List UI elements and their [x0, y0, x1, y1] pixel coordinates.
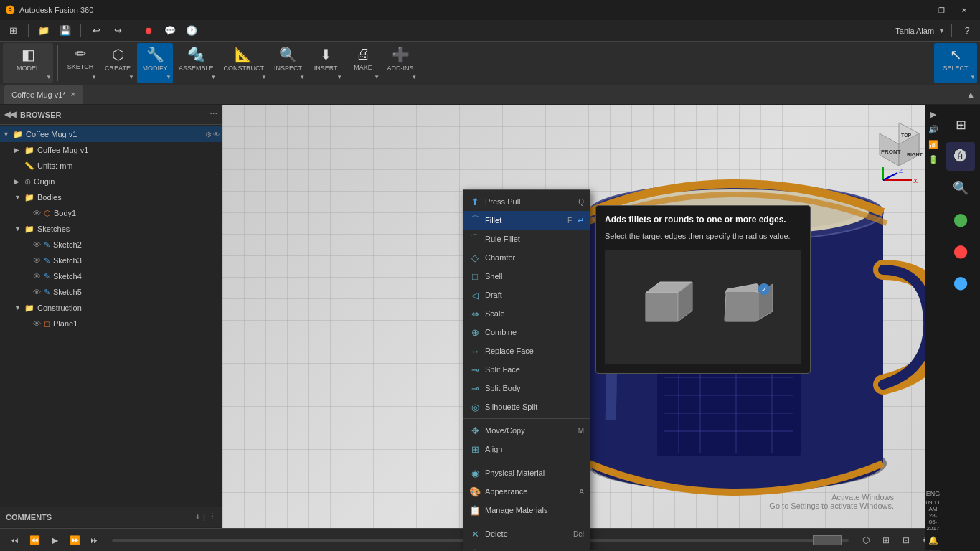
root-eye-icon[interactable]: 👁	[213, 131, 220, 138]
active-tab[interactable]: Coffee Mug v1* ✕	[4, 85, 83, 104]
viewport[interactable]: TOP FRONT RIGHT X Y Z Activate Windows G…	[222, 105, 980, 550]
menu-split-face[interactable]: ⊸ Split Face	[463, 360, 590, 379]
menu-press-pull[interactable]: ⬆ Press Pull Q	[463, 192, 590, 211]
modify-tool[interactable]: 🔧 MODIFY ▼	[137, 43, 173, 83]
tab-expand-button[interactable]: ▲	[966, 89, 976, 100]
sketch5-eye[interactable]: 👁	[33, 288, 41, 296]
open-button[interactable]: 📁	[35, 22, 52, 39]
windows-start[interactable]: ⊞	[946, 110, 975, 139]
menu-physical-material[interactable]: ◉ Physical Material	[463, 463, 590, 482]
menu-delete[interactable]: ✕ Delete Del	[463, 524, 590, 543]
nav-cube[interactable]: TOP FRONT RIGHT X Y Z	[872, 119, 923, 169]
press-pull-shortcut: Q	[578, 198, 584, 206]
grid-icon[interactable]: ⊞	[4, 22, 22, 39]
menu-silhouette-split[interactable]: ◎ Silhouette Split	[463, 397, 590, 416]
browser-options[interactable]: ⋯	[209, 110, 217, 119]
root-expand-icon: ▼	[3, 131, 11, 138]
bodies-label: Bodies	[37, 193, 62, 202]
named-views-item[interactable]: ▶ 📁 Coffee Mug v1	[0, 142, 222, 158]
taskbar-fusion[interactable]: 🅐	[946, 142, 975, 171]
sketch3-item[interactable]: 👁 ✎ Sketch3	[0, 253, 222, 268]
assemble-tool[interactable]: 🔩 ASSEMBLE ▼	[174, 43, 218, 83]
model-dropdown[interactable]: ◧ MODEL ▼	[3, 43, 53, 83]
undo-button[interactable]: ↩	[88, 22, 105, 39]
menu-appearance[interactable]: 🎨 Appearance A	[463, 482, 590, 501]
plane1-item[interactable]: 👁 ◻ Plane1	[0, 316, 222, 331]
comment-button[interactable]: 💬	[161, 22, 179, 39]
tree-root[interactable]: ▼ 📁 Coffee Mug v1 ⚙ 👁	[0, 126, 222, 142]
plane1-eye[interactable]: 👁	[33, 319, 41, 328]
make-tool[interactable]: 🖨 MAKE ▼	[345, 43, 381, 83]
body1-item[interactable]: 👁 ⬡ Body1	[0, 205, 222, 221]
taskbar-search[interactable]: 🔍	[946, 174, 975, 202]
sketch4-eye[interactable]: 👁	[33, 272, 41, 281]
record-button[interactable]: ⏺	[140, 22, 157, 39]
menu-rule-fillet[interactable]: ⌒ Rule Fillet	[463, 230, 590, 248]
menu-align[interactable]: ⊞ Align	[463, 440, 590, 458]
menu-move-copy[interactable]: ✥ Move/Copy M	[463, 421, 590, 440]
playback-first[interactable]: ⏮	[6, 532, 23, 549]
playback-last[interactable]: ⏭	[86, 532, 103, 549]
timeline-marker[interactable]	[813, 535, 842, 545]
named-views-folder-icon: 📁	[24, 146, 34, 155]
menu-combine[interactable]: ⊕ Combine	[463, 323, 590, 342]
root-settings-icon[interactable]: ⚙	[205, 131, 212, 138]
maximize-button[interactable]: ❐	[931, 3, 951, 17]
close-button[interactable]: ✕	[954, 3, 974, 17]
menu-chamfer[interactable]: ◇ Chamfer	[463, 248, 590, 267]
inspect-tool[interactable]: 🔍 INSPECT ▼	[270, 43, 306, 83]
display-settings-btn[interactable]: ⊡	[897, 532, 915, 549]
menu-manage-materials[interactable]: 📋 Manage Materials	[463, 501, 590, 519]
menu-fillet[interactable]: ⌒ Fillet F ↵	[463, 211, 590, 230]
date-display: 28-06-2017	[925, 512, 941, 532]
construction-folder-icon: 📁	[24, 303, 34, 313]
shell-label: Shell	[485, 272, 584, 281]
playback-play[interactable]: ▶	[46, 532, 63, 549]
menu-split-body[interactable]: ⊸ Split Body	[463, 379, 590, 397]
sidebar-btn-4[interactable]: 🔋	[927, 153, 940, 166]
divider	[133, 24, 133, 37]
menu-draft[interactable]: ◁ Draft	[463, 286, 590, 304]
menu-replace-face[interactable]: ↔ Replace Face	[463, 342, 590, 360]
taskbar-chrome-1[interactable]: ⬤	[946, 205, 975, 234]
create-tool[interactable]: ⬡ CREATE ▼	[100, 43, 136, 83]
view-cube-btn[interactable]: ⬡	[857, 532, 875, 549]
sketches-item[interactable]: ▼ 📁 Sketches	[0, 221, 222, 237]
insert-tool[interactable]: ⬇ INSERT ▼	[308, 43, 344, 83]
help-button[interactable]: ?	[958, 22, 976, 39]
addins-tool[interactable]: ➕ ADD-INS ▼	[382, 43, 418, 83]
taskbar-chrome-2[interactable]: ⬤	[946, 237, 975, 265]
playback-next[interactable]: ⏩	[66, 532, 83, 549]
sketch2-eye[interactable]: 👁	[33, 240, 41, 249]
menu-compute-all[interactable]: ⚙ Compute All Ctrl+B	[463, 543, 590, 550]
construction-item[interactable]: ▼ 📁 Construction	[0, 300, 222, 316]
comments-plus[interactable]: +	[195, 512, 199, 522]
body1-eye-icon[interactable]: 👁	[33, 209, 41, 217]
fillet-icon: ⌒	[469, 215, 481, 226]
sketch5-item[interactable]: 👁 ✎ Sketch5	[0, 284, 222, 300]
playback-prev[interactable]: ⏪	[26, 532, 43, 549]
menu-shell[interactable]: □ Shell	[463, 267, 590, 286]
units-icon: 📏	[24, 161, 34, 171]
menu-scale[interactable]: ⇔ Scale	[463, 304, 590, 323]
taskbar-chrome-3[interactable]: ⬤	[946, 268, 975, 297]
sketch3-eye[interactable]: 👁	[33, 256, 41, 265]
select-tool[interactable]: ↖ SELECT ▼	[934, 43, 977, 83]
save-button[interactable]: 💾	[57, 22, 74, 39]
sidebar-btn-3[interactable]: 📶	[927, 138, 940, 151]
sidebar-notification[interactable]: 🔔	[927, 534, 940, 547]
minimize-button[interactable]: —	[908, 3, 928, 17]
origin-item[interactable]: ▶ ⊕ Origin	[0, 174, 222, 189]
redo-button[interactable]: ↪	[109, 22, 126, 39]
tab-close-button[interactable]: ✕	[70, 90, 76, 98]
grid-btn[interactable]: ⊞	[877, 532, 895, 549]
sidebar-btn-2[interactable]: 🔊	[927, 123, 940, 136]
construct-tool[interactable]: 📐 CONSTRUCT ▼	[220, 43, 269, 83]
sketch-tool[interactable]: ✏ SKETCH ▼	[62, 43, 98, 83]
comments-more[interactable]: ⋮	[208, 512, 216, 522]
sketch4-item[interactable]: 👁 ✎ Sketch4	[0, 268, 222, 284]
clock-button[interactable]: 🕐	[183, 22, 200, 39]
sketch2-item[interactable]: 👁 ✎ Sketch2	[0, 237, 222, 253]
bodies-item[interactable]: ▼ 📁 Bodies	[0, 189, 222, 205]
sidebar-btn-1[interactable]: ▶	[927, 108, 940, 121]
